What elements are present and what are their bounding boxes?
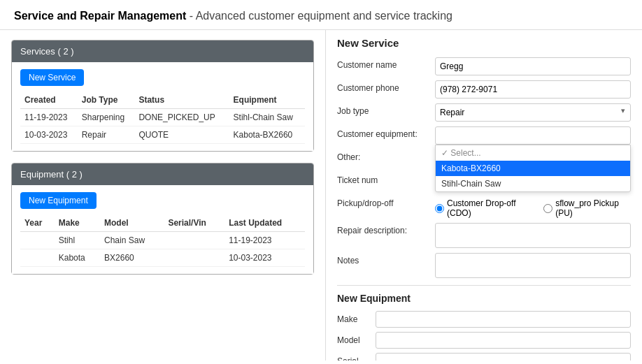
pickup-dropoff-row: Pickup/drop-off Customer Drop-off (CDO) … (337, 196, 631, 218)
other-label: Other: (337, 150, 435, 162)
equipment-dropdown-list: ✓ Select... Kabota-BX2660 Stihl-Chain Sa… (435, 145, 631, 192)
pickup-dropoff-label: Pickup/drop-off (337, 196, 435, 208)
equipment-table: Year Make Model Serial/Vin Last Updated … (20, 214, 305, 267)
divider (337, 285, 631, 286)
services-body: New Service Created Job Type Status Equi… (12, 62, 313, 151)
eq-serial-row: Serial (337, 353, 631, 361)
customer-name-input[interactable] (435, 57, 631, 75)
eq-make-label: Make (337, 314, 376, 324)
job-type-select[interactable]: Repair Sharpening (435, 103, 631, 122)
new-service-form: New Service Customer name Customer phone… (337, 37, 631, 278)
equip-year (20, 232, 55, 249)
equip-model: BX2660 (100, 249, 164, 267)
services-section-header: Services ( 2 ) (12, 41, 313, 62)
new-service-title: New Service (337, 37, 631, 49)
services-section: Services ( 2 ) New Service Created Job T… (11, 40, 314, 152)
equip-col-model: Model (100, 214, 164, 232)
service-status: DONE_PICKED_UP (134, 109, 229, 126)
equip-col-serial: Serial/Vin (164, 214, 224, 232)
service-jobtype: Repair (78, 126, 135, 144)
services-col-created: Created (20, 92, 78, 109)
equipment-section-header: Equipment ( 2 ) (12, 163, 313, 185)
table-row[interactable]: 11-19-2023 Sharpening DONE_PICKED_UP Sti… (20, 109, 305, 126)
service-equipment: Kabota-BX2660 (229, 126, 305, 144)
table-row[interactable]: Kabota BX2660 10-03-2023 (20, 249, 305, 267)
job-type-select-wrapper: Repair Sharpening (435, 103, 631, 122)
eq-serial-label: Serial (337, 356, 376, 361)
equip-serial (164, 249, 224, 267)
repair-desc-textarea[interactable] (435, 223, 631, 248)
equip-col-updated: Last Updated (224, 214, 305, 232)
service-jobtype: Sharpening (78, 109, 135, 126)
cdo-radio[interactable] (435, 204, 444, 213)
page-title-main: Service and Repair Management (14, 10, 186, 22)
equip-model: Chain Saw (100, 232, 164, 249)
equip-col-year: Year (20, 214, 55, 232)
pu-radio[interactable] (543, 204, 552, 213)
notes-row: Notes (337, 253, 631, 278)
customer-equipment-dropdown[interactable]: ✓ Select... Kabota-BX2660 Stihl-Chain Sa… (435, 126, 631, 145)
equip-updated: 11-19-2023 (224, 232, 305, 249)
new-equipment-form: New Equipment Make Model Serial Notes Ye… (337, 293, 631, 361)
eq-model-row: Model (337, 332, 631, 349)
service-created: 11-19-2023 (20, 109, 78, 126)
job-type-row: Job type Repair Sharpening (337, 103, 631, 122)
equip-make: Kabota (55, 249, 100, 267)
table-row[interactable]: Stihl Chain Saw 11-19-2023 (20, 232, 305, 249)
equipment-title: Equipment (20, 169, 64, 180)
repair-desc-row: Repair description: (337, 223, 631, 248)
pu-radio-label[interactable]: sflow_pro Pickup (PU) (543, 198, 631, 218)
customer-equipment-row: Customer equipment: ✓ Select... Kabota-B… (337, 126, 631, 145)
services-title: Services (20, 46, 55, 57)
services-col-status: Status (134, 92, 229, 109)
customer-equipment-input[interactable] (435, 126, 631, 145)
services-col-equipment: Equipment (229, 92, 305, 109)
equipment-body: New Equipment Year Make Model Serial/Vin… (12, 185, 313, 274)
service-created: 10-03-2023 (20, 126, 78, 144)
equip-col-make: Make (55, 214, 100, 232)
repair-desc-label: Repair description: (337, 223, 435, 235)
equip-year (20, 249, 55, 267)
customer-name-label: Customer name (337, 57, 435, 70)
equip-make: Stihl (55, 232, 100, 249)
service-equipment: Stihl-Chain Saw (229, 109, 305, 126)
notes-textarea[interactable] (435, 253, 631, 278)
left-panel: Services ( 2 ) New Service Created Job T… (0, 30, 325, 361)
service-status: QUOTE (134, 126, 229, 144)
services-col-jobtype: Job Type (78, 92, 135, 109)
new-equipment-button[interactable]: New Equipment (20, 192, 97, 209)
services-count: ( 2 ) (57, 46, 73, 57)
customer-name-row: Customer name (337, 57, 631, 75)
dropdown-option-kabota[interactable]: Kabota-BX2660 (436, 161, 630, 176)
page-title-subtitle: - Advanced customer equipment and servic… (186, 10, 452, 22)
pu-label: sflow_pro Pickup (PU) (555, 198, 631, 218)
equipment-count: ( 2 ) (66, 169, 83, 180)
eq-serial-input[interactable] (376, 353, 631, 361)
new-service-button[interactable]: New Service (20, 69, 84, 86)
customer-phone-input[interactable] (435, 80, 631, 99)
eq-make-row: Make (337, 311, 631, 328)
services-table: Created Job Type Status Equipment 11-19-… (20, 92, 305, 144)
new-equipment-title: New Equipment (337, 293, 631, 304)
customer-phone-row: Customer phone (337, 80, 631, 99)
job-type-label: Job type (337, 103, 435, 116)
dropdown-option-stihl[interactable]: Stihl-Chain Saw (436, 176, 630, 191)
customer-equipment-label: Customer equipment: (337, 126, 435, 139)
equip-serial (164, 232, 224, 249)
eq-model-label: Model (337, 335, 376, 345)
equipment-section: Equipment ( 2 ) New Equipment Year Make … (11, 163, 314, 275)
pickup-radio-group: Customer Drop-off (CDO) sflow_pro Pickup… (435, 196, 631, 218)
cdo-label: Customer Drop-off (CDO) (447, 198, 534, 218)
eq-model-input[interactable] (376, 332, 631, 349)
page-header: Service and Repair Management - Advanced… (0, 0, 642, 30)
dropdown-option-select[interactable]: ✓ Select... (436, 145, 630, 161)
right-panel: New Service Customer name Customer phone… (325, 30, 642, 361)
eq-make-input[interactable] (376, 311, 631, 328)
table-row[interactable]: 10-03-2023 Repair QUOTE Kabota-BX2660 (20, 126, 305, 144)
ticket-num-label: Ticket num (337, 173, 435, 185)
equip-updated: 10-03-2023 (224, 249, 305, 267)
customer-phone-label: Customer phone (337, 80, 435, 93)
notes-label: Notes (337, 253, 435, 265)
cdo-radio-label[interactable]: Customer Drop-off (CDO) (435, 198, 534, 218)
